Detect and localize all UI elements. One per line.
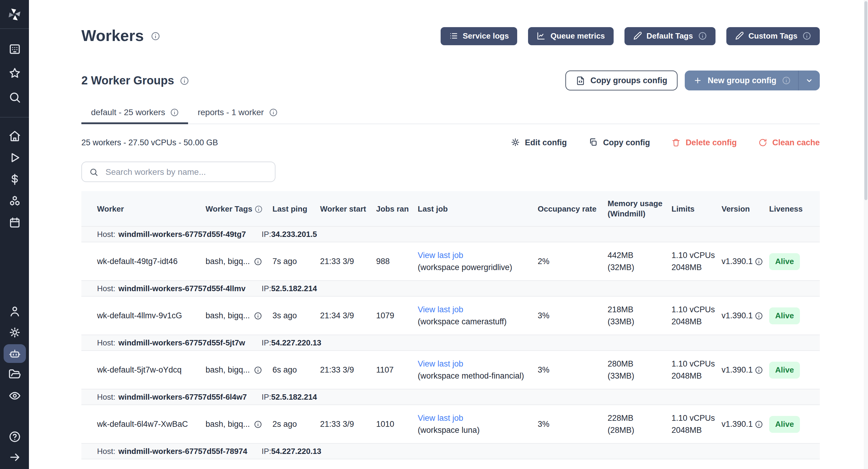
new-group-config-dropdown[interactable] (799, 70, 820, 90)
copy-config-button[interactable]: Copy config (589, 137, 650, 147)
host-row: Host: windmill-workers-67757d55f-4llmv I… (82, 280, 820, 296)
tab-default[interactable]: default - 25 workers (82, 107, 188, 124)
sidebar-main-nav (0, 118, 29, 233)
sidebar-item-settings[interactable] (0, 322, 29, 343)
host-row: Host: windmill-workers-67757d55f-78974 I… (82, 443, 820, 459)
info-icon[interactable] (802, 31, 811, 40)
calendar-icon (8, 216, 21, 229)
sidebar-item-search[interactable] (0, 85, 29, 109)
queue-metrics-button[interactable]: Queue metrics (528, 27, 613, 45)
info-icon[interactable] (698, 31, 707, 40)
info-icon[interactable] (755, 311, 763, 320)
limits: 1.10 vCPUs2048MB (667, 358, 717, 382)
group-summary-row: 25 workers - 27.50 vCPUs - 50.00 GB Edit… (82, 137, 820, 147)
host-name: windmill-workers-67757d55f-6l4w7 (119, 393, 247, 402)
col-memory: Memory usage (Windmill) (603, 198, 667, 219)
sidebar-item-audit-logs[interactable] (0, 385, 29, 406)
info-icon[interactable] (782, 76, 791, 85)
folder-open-icon (8, 368, 21, 381)
last-job: View last job(workspace luna) (413, 412, 533, 436)
default-tags-button[interactable]: Default Tags (624, 27, 715, 45)
info-icon[interactable] (269, 107, 278, 117)
edit-config-button[interactable]: Edit config (510, 137, 567, 147)
worker-groups-header: 2 Worker Groups Copy groups config New g… (82, 70, 820, 90)
eye-icon (8, 389, 21, 402)
copy-groups-config-button[interactable]: Copy groups config (565, 70, 678, 90)
host-row: Host: windmill-workers-67757d55f-49tg7 I… (82, 226, 820, 242)
sidebar-item-favorites[interactable] (0, 61, 29, 85)
last-ping: 3s ago (268, 310, 315, 322)
worker-search[interactable] (82, 162, 276, 182)
tab-default-label: default - 25 workers (91, 107, 165, 117)
custom-tags-button[interactable]: Custom Tags (726, 27, 820, 45)
occupancy-rate: 3% (533, 310, 603, 322)
info-icon[interactable] (253, 366, 262, 374)
view-last-job-link[interactable]: View last job (418, 413, 463, 422)
view-last-job-link[interactable]: View last job (418, 359, 463, 368)
sidebar-item-help[interactable] (0, 426, 29, 447)
info-icon[interactable] (180, 76, 189, 85)
memory-usage: 218MB(33MB) (603, 304, 667, 327)
memory-usage: 442MB(32MB) (603, 249, 667, 273)
clean-cache-button[interactable]: Clean cache (758, 137, 820, 147)
info-icon[interactable] (253, 257, 262, 265)
last-job-workspace: (workspace luna) (418, 424, 533, 436)
worker-start: 21:34 3/9 (315, 310, 371, 322)
tab-reports-label: reports - 1 worker (198, 107, 264, 117)
tab-reports[interactable]: reports - 1 worker (188, 107, 287, 124)
status-badge: Alive (769, 307, 800, 324)
sidebar-item-schedules[interactable] (0, 212, 29, 233)
occupancy-rate: 3% (533, 364, 603, 376)
info-icon[interactable] (150, 31, 160, 41)
worker-name: wk-default-49tg7-idt46 (82, 255, 201, 268)
info-icon[interactable] (755, 257, 763, 265)
host-row: Host: windmill-workers-67757d55f-5jt7w I… (82, 335, 820, 351)
scrollbar-track[interactable] (864, 0, 868, 469)
sidebar-bottom-nav (0, 426, 29, 469)
windmill-logo[interactable] (0, 0, 29, 29)
sidebar-item-variables[interactable] (0, 168, 29, 190)
memory-usage: 280MB(33MB) (603, 358, 667, 382)
queue-metrics-label: Queue metrics (550, 31, 605, 40)
edit-config-label: Edit config (525, 138, 567, 147)
sidebar-item-expand[interactable] (0, 447, 29, 467)
sidebar-item-users[interactable] (0, 301, 29, 322)
host-row: Host: windmill-workers-67757d55f-6l4w7 I… (82, 389, 820, 405)
new-group-config-label: New group config (708, 76, 776, 85)
info-icon[interactable] (253, 311, 262, 320)
info-icon[interactable] (755, 420, 763, 428)
host-label: Host: (97, 447, 116, 456)
col-version: Version (717, 204, 764, 214)
host-ip: IP:34.233.201.5 (261, 230, 317, 239)
service-logs-button[interactable]: Service logs (440, 27, 517, 45)
status-badge: Alive (769, 253, 800, 270)
info-icon[interactable] (755, 366, 763, 374)
scrollbar-thumb[interactable] (864, 1, 867, 200)
jobs-ran: 1010 (371, 418, 413, 430)
search-icon (8, 91, 21, 103)
view-last-job-link[interactable]: View last job (418, 305, 463, 314)
service-logs-label: Service logs (463, 31, 509, 40)
info-icon[interactable] (170, 107, 179, 117)
sidebar-item-workers-active[interactable] (0, 343, 29, 364)
status-badge: Alive (769, 362, 800, 378)
view-last-job-link[interactable]: View last job (418, 250, 463, 259)
sidebar-item-runs[interactable] (0, 147, 29, 168)
worker-name: wk-default-4llmv-9v1cG (82, 310, 201, 322)
sidebar-item-folders[interactable] (0, 364, 29, 385)
search-input[interactable] (104, 166, 268, 177)
info-icon[interactable] (253, 420, 262, 428)
new-group-config-button[interactable]: New group config (685, 70, 820, 90)
worker-group-tabs: default - 25 workers reports - 1 worker (82, 107, 820, 124)
robot-icon (8, 347, 21, 360)
new-group-config-main[interactable]: New group config (685, 70, 798, 90)
sidebar-item-home[interactable] (0, 125, 29, 147)
sidebar-item-keyboard[interactable] (0, 37, 29, 61)
host-name: windmill-workers-67757d55f-49tg7 (119, 230, 246, 239)
keyboard-icon (8, 42, 21, 55)
col-limits: Limits (667, 204, 717, 214)
sidebar-item-resources[interactable] (0, 190, 29, 212)
custom-tags-label: Custom Tags (748, 31, 798, 40)
delete-config-button[interactable]: Delete config (672, 137, 737, 147)
info-icon[interactable] (254, 205, 263, 213)
